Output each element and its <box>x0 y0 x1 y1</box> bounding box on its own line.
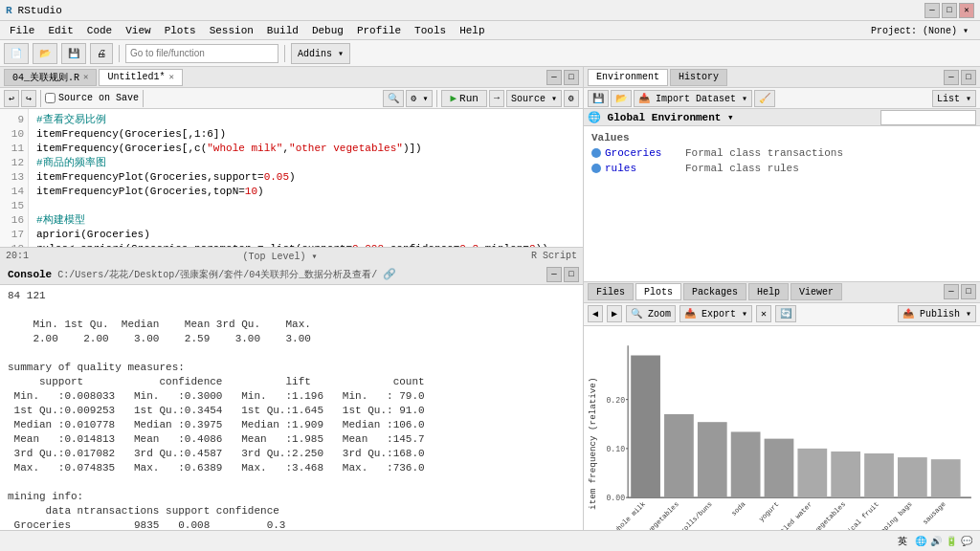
menu-help[interactable]: Help <box>454 24 490 37</box>
code-line-10: itemFrequency(Groceries[,1:6]) <box>36 127 575 142</box>
save-env-button[interactable]: 💾 <box>588 90 609 107</box>
menu-debug[interactable]: Debug <box>306 24 349 37</box>
menu-view[interactable]: View <box>120 24 156 37</box>
bar-whole-milk <box>631 355 660 497</box>
tab-environment[interactable]: Environment <box>588 69 668 86</box>
label-soda: soda <box>730 499 747 517</box>
env-minimize-btn[interactable]: — <box>944 70 959 85</box>
source-dropdown[interactable]: Source ▾ <box>506 90 562 107</box>
load-env-button[interactable]: 📂 <box>611 90 632 107</box>
tab-plots[interactable]: Plots <box>635 283 681 300</box>
menu-code[interactable]: Code <box>81 24 118 37</box>
groceries-name[interactable]: Groceries <box>605 147 681 159</box>
left-panel: 04_关联规则.R ✕ Untitled1* ✕ — □ ↩ ↪ Source … <box>0 67 584 551</box>
main-content: 04_关联规则.R ✕ Untitled1* ✕ — □ ↩ ↪ Source … <box>0 67 980 551</box>
list-view-button[interactable]: List ▾ <box>932 90 976 107</box>
new-file-button[interactable]: 📄 <box>4 43 29 64</box>
svg-text:0.20: 0.20 <box>606 395 625 404</box>
separator-1 <box>119 45 120 62</box>
groceries-icon <box>591 148 601 158</box>
menu-session[interactable]: Session <box>204 24 259 37</box>
app-title: RStudio <box>18 5 62 16</box>
close-button[interactable]: ✕ <box>959 3 974 18</box>
plots-maximize-btn[interactable]: □ <box>961 284 976 299</box>
undo-button[interactable]: ↩ <box>4 90 19 107</box>
settings-button[interactable]: ⚙ ▾ <box>406 90 433 107</box>
console-blank-1 <box>8 303 575 318</box>
console-line-6: Min. :0.008033 Min. :0.3000 Min. :1.196 … <box>8 389 575 404</box>
open-file-button[interactable]: 📂 <box>33 43 57 64</box>
plot-forward-button[interactable]: ▶ <box>607 305 622 322</box>
volume-icon: 🔊 <box>930 536 942 547</box>
source-on-save-checkbox[interactable] <box>45 93 56 103</box>
editor-sep3 <box>436 90 437 107</box>
code-content-area[interactable]: #查看交易比例 itemFrequency(Groceries[,1:6]) i… <box>29 109 583 247</box>
console-minimize-btn[interactable]: — <box>546 267 562 282</box>
menu-tools[interactable]: Tools <box>409 24 452 37</box>
bar-other-vegetables <box>664 414 694 497</box>
tab-help[interactable]: Help <box>748 283 789 300</box>
svg-text:0.10: 0.10 <box>606 444 625 452</box>
plots-minimize-btn[interactable]: — <box>944 284 959 299</box>
console-line-13: data ntransactions support confidence <box>8 504 575 518</box>
zoom-button[interactable]: 🔍 Zoom <box>626 305 676 322</box>
project-label[interactable]: Project: (None) ▾ <box>863 25 976 36</box>
delete-plot-button[interactable]: ✕ <box>756 305 771 322</box>
code-editor[interactable]: 9 10 11 12 13 14 15 16 17 18 19 20 21 22… <box>0 109 583 247</box>
print-button[interactable]: 🖨 <box>90 43 113 64</box>
tab-history[interactable]: History <box>670 69 727 86</box>
tab-packages[interactable]: Packages <box>683 283 746 300</box>
save-button[interactable]: 💾 <box>61 43 86 64</box>
publish-button[interactable]: 📤 Publish ▾ <box>898 305 976 322</box>
menu-edit[interactable]: Edit <box>42 24 78 37</box>
console-maximize-btn[interactable]: □ <box>564 267 579 282</box>
code-line-9: #查看交易比例 <box>36 113 575 127</box>
env-search-input[interactable] <box>880 110 976 125</box>
env-row-rules: rules Formal class rules <box>588 161 976 176</box>
tab-files[interactable]: Files <box>588 283 634 300</box>
code-line-11: itemFrequency(Groceries[,c("whole milk",… <box>36 142 575 156</box>
menu-plots[interactable]: Plots <box>159 24 202 37</box>
code-line-14: itemFrequencyPlot(Groceries,topN=10) <box>36 185 575 199</box>
rules-name[interactable]: rules <box>605 163 681 174</box>
tab-untitled1-close[interactable]: ✕ <box>168 72 173 82</box>
console-header: Console C:/Users/花花/Desktop/强康案例/套件/04关联… <box>0 264 583 285</box>
tab-viewer[interactable]: Viewer <box>791 283 842 300</box>
next-button[interactable]: → <box>489 90 504 107</box>
battery-icon: 🔋 <box>946 536 957 547</box>
console-line-8: Median :0.010778 Median :0.3975 Median :… <box>8 418 575 432</box>
plot-back-button[interactable]: ◀ <box>588 305 603 322</box>
lang-indicator: 英 <box>898 535 907 548</box>
menu-profile[interactable]: Profile <box>351 24 407 37</box>
env-maximize-btn[interactable]: □ <box>961 70 976 85</box>
addins-button[interactable]: Addins ▾ <box>291 43 350 64</box>
console-content[interactable]: 84 121 Min. 1st Qu. Median Mean 3rd Qu. … <box>0 285 583 551</box>
tab-untitled1[interactable]: Untitled1* ✕ <box>99 69 182 86</box>
global-env-label[interactable]: 🌐 Global Environment ▾ <box>588 111 734 123</box>
goto-input[interactable] <box>125 44 278 63</box>
redo-button[interactable]: ↪ <box>21 90 36 107</box>
console-line-7: 1st Qu.:0.009253 1st Qu.:0.3454 1st Qu.:… <box>8 404 575 418</box>
tab-script1[interactable]: 04_关联规则.R ✕ <box>4 69 97 86</box>
env-tab-bar: Environment History — □ <box>584 67 980 88</box>
plots-section: Files Plots Packages Help Viewer — □ ◀ ▶… <box>584 282 980 552</box>
tab-script1-close[interactable]: ✕ <box>83 72 88 82</box>
menu-file[interactable]: File <box>4 24 40 37</box>
console-blank-2 <box>8 346 575 361</box>
clear-env-button[interactable]: 🧹 <box>754 90 775 107</box>
rules-icon <box>591 164 601 173</box>
export-button[interactable]: 📥 Export ▾ <box>679 305 752 322</box>
bar-bottled-water <box>797 448 827 496</box>
refresh-plots-button[interactable]: 🔄 <box>775 305 796 322</box>
editor-minimize-btn[interactable]: — <box>546 70 562 85</box>
env-row-groceries: Groceries Formal class transactions <box>588 145 976 161</box>
run-button[interactable]: ▶ Run <box>441 90 486 107</box>
find-button[interactable]: 🔍 <box>383 90 404 107</box>
maximize-button[interactable]: □ <box>942 3 957 18</box>
import-dataset-button[interactable]: 📥 Import Dataset ▾ <box>634 90 752 107</box>
minimize-button[interactable]: — <box>924 3 940 18</box>
compile-button[interactable]: ⚙ <box>564 90 579 107</box>
menu-build[interactable]: Build <box>261 24 304 37</box>
editor-maximize-btn[interactable]: □ <box>564 70 579 85</box>
editor-toolbar: ↩ ↪ Source on Save 🔍 ⚙ ▾ ▶ Run → Source … <box>0 88 583 109</box>
